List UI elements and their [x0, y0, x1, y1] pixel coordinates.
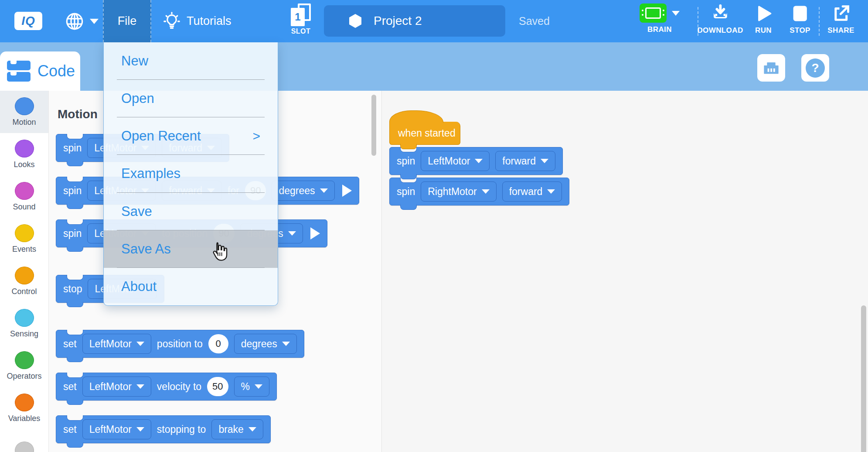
chevron-down-icon [320, 188, 328, 193]
menu-item-label: Open Recent [121, 128, 201, 144]
device-settings-button[interactable] [757, 54, 785, 82]
sensing-category-icon [15, 309, 34, 327]
share-icon [831, 3, 851, 24]
number-input[interactable]: 0 [208, 334, 228, 353]
menu-item-label: Save As [121, 241, 171, 257]
slot-pages-icon: 1 [291, 3, 311, 27]
dropdown-value: forward [509, 186, 543, 198]
number-input[interactable]: 50 [207, 377, 228, 396]
cursor-pointer [210, 241, 228, 263]
file-menu-button[interactable]: File [103, 0, 151, 42]
menu-item-open[interactable]: Open [104, 80, 278, 117]
chevron-down-icon [482, 189, 490, 194]
block-label: stopping to [157, 424, 206, 435]
brain-button[interactable]: BRAIN [640, 3, 680, 34]
project-name-button[interactable]: Project 2 [324, 5, 505, 37]
language-selector[interactable] [65, 0, 99, 42]
help-button[interactable]: ? [801, 54, 829, 82]
sidebar-item-control[interactable]: Control [0, 260, 48, 302]
set-block[interactable]: setLeftMotorstopping tobrake [56, 415, 271, 443]
file-menu-label: File [118, 14, 137, 28]
sidebar-item-operators[interactable]: Operators [0, 345, 48, 387]
sidebar-item-label: Variables [8, 414, 41, 423]
brain-icon [640, 3, 667, 23]
operators-category-icon [15, 351, 34, 369]
run-button[interactable]: RUN [754, 3, 773, 35]
dropdown-degrees[interactable]: degrees [234, 334, 297, 354]
dropdown-value: LeftMotor [89, 381, 132, 393]
sidebar-item-sound[interactable]: Sound [0, 175, 48, 218]
dropdown-forward[interactable]: forward [502, 181, 562, 202]
block-label: position to [157, 338, 203, 350]
hexagon-icon [349, 14, 361, 28]
sidebar-item-sensing[interactable]: Sensing [0, 302, 48, 345]
file-dropdown-menu: NewOpenOpen Recent>ExamplesSaveSave AsAb… [103, 42, 278, 306]
workspace-canvas[interactable] [381, 91, 868, 452]
dropdown-[interactable]: % [234, 377, 269, 397]
menu-item-examples[interactable]: Examples [104, 155, 278, 192]
stop-label: STOP [790, 26, 810, 35]
workspace-scrollbar[interactable] [861, 305, 866, 452]
menu-item-about[interactable]: About [104, 268, 278, 305]
iq-logo[interactable]: IQ [14, 12, 42, 30]
sidebar-item-variables[interactable]: Variables [0, 387, 48, 429]
block-label: set [63, 424, 77, 435]
dropdown-rightmotor[interactable]: RightMotor [421, 181, 496, 202]
sidebar-item-label: Control [11, 287, 37, 296]
dropdown-value: degrees [279, 185, 315, 197]
sidebar-item-looks[interactable]: Looks [0, 133, 48, 175]
chevron-down-icon [282, 342, 290, 346]
share-label: SHARE [827, 26, 854, 35]
sidebar-item-label: Looks [14, 160, 34, 169]
globe-icon [65, 11, 85, 31]
when-started-hat-block[interactable]: when started [389, 122, 460, 145]
vexcode-iq-window: Motion spinLeftMotorforwardspinLeftMotor… [0, 0, 868, 452]
submenu-arrow-icon: > [252, 129, 260, 144]
block-label: set [63, 381, 77, 393]
set-block[interactable]: setLeftMotorposition to0degrees [56, 330, 304, 358]
tutorials-button[interactable]: Tutorials [162, 0, 231, 42]
set-block[interactable]: setLeftMotorvelocity to50% [56, 373, 277, 401]
chevron-down-icon [136, 342, 144, 346]
tab-code[interactable]: Code [0, 51, 80, 91]
stop-button[interactable]: STOP [790, 3, 810, 35]
sidebar-item-label: Events [12, 245, 36, 254]
download-button[interactable]: DOWNLOAD [697, 3, 743, 35]
dropdown-leftmotor[interactable]: LeftMotor [82, 377, 151, 397]
sidebar-item-label: Sound [13, 202, 35, 212]
chevron-down-icon [136, 427, 144, 431]
dropdown-value: brake [218, 424, 244, 435]
dropdown-value: LeftMotor [89, 424, 132, 435]
chevron-down-icon [248, 427, 256, 431]
slot-selector[interactable]: 1 SLOT [289, 3, 312, 35]
chevron-down-icon [288, 231, 296, 236]
sidebar-item-motion[interactable]: Motion [0, 91, 48, 133]
dropdown-leftmotor[interactable]: LeftMotor [421, 151, 490, 171]
menu-item-save[interactable]: Save [104, 193, 278, 230]
spin-block[interactable]: spinRightMotorforward [389, 178, 569, 205]
dropdown-brake[interactable]: brake [211, 419, 263, 439]
run-block-arrow-icon[interactable] [342, 185, 352, 197]
block-label: spin [397, 155, 415, 167]
chevron-down-icon [475, 159, 483, 163]
sidebar-item-more[interactable] [0, 429, 48, 452]
menu-item-label: About [121, 279, 157, 294]
share-button[interactable]: SHARE [827, 3, 854, 35]
dropdown-forward[interactable]: forward [495, 151, 555, 171]
dropdown-degrees[interactable]: degrees [272, 181, 334, 201]
menu-item-new[interactable]: New [104, 42, 278, 80]
run-block-arrow-icon[interactable] [310, 227, 320, 240]
menu-item-open-recent[interactable]: Open Recent> [104, 117, 278, 155]
variables-category-icon [15, 394, 34, 411]
dropdown-value: LeftMotor [89, 338, 132, 350]
sidebar-item-events[interactable]: Events [0, 218, 48, 260]
control-category-icon [15, 267, 34, 284]
stop-icon [790, 3, 810, 24]
block-label: set [63, 338, 77, 350]
palette-scrollbar[interactable] [371, 95, 376, 156]
dropdown-leftmotor[interactable]: LeftMotor [82, 334, 151, 354]
menu-item-save-as[interactable]: Save As [104, 230, 278, 268]
spin-block[interactable]: spinLeftMotorforward [389, 147, 563, 175]
toolbar-divider [819, 7, 820, 36]
dropdown-leftmotor[interactable]: LeftMotor [82, 419, 151, 439]
